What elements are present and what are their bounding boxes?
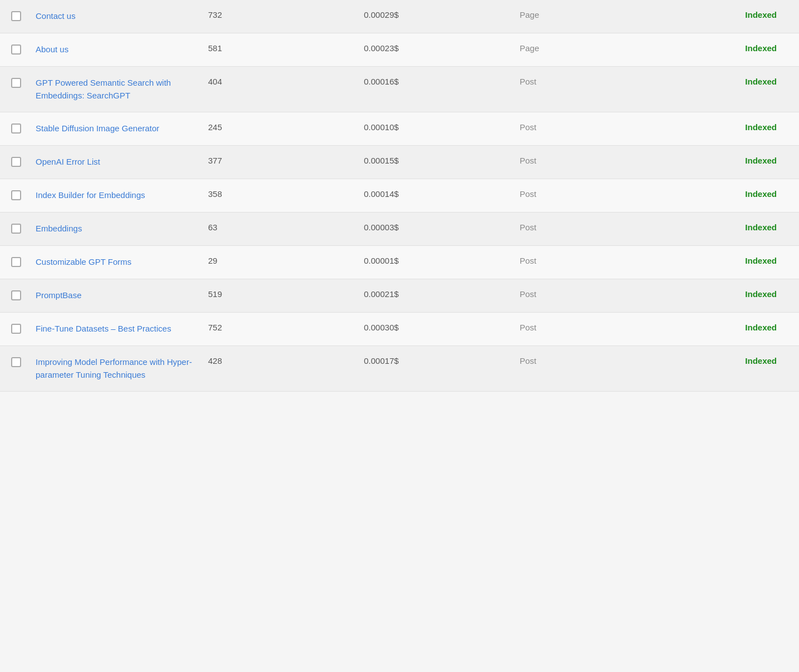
table-row: Stable Diffusion Image Generator 245 0.0… bbox=[0, 112, 799, 146]
number-cell: 732 bbox=[208, 10, 364, 19]
checkbox-cell bbox=[11, 122, 36, 135]
type-cell: Page bbox=[520, 43, 675, 53]
content-table: Contact us 732 0.00029$ Page Indexed Abo… bbox=[0, 0, 799, 672]
checkbox-cell bbox=[11, 10, 36, 23]
title-cell: PromptBase bbox=[36, 289, 208, 302]
status-badge: Indexed bbox=[745, 356, 777, 365]
row-checkbox[interactable] bbox=[11, 11, 21, 21]
page-title-link[interactable]: Index Builder for Embeddings bbox=[36, 190, 145, 200]
row-checkbox[interactable] bbox=[11, 357, 21, 367]
number-cell: 377 bbox=[208, 156, 364, 165]
cost-cell: 0.00010$ bbox=[364, 122, 520, 132]
title-cell: Improving Model Performance with Hyper-p… bbox=[36, 356, 208, 381]
cost-cell: 0.00001$ bbox=[364, 256, 520, 265]
type-cell: Post bbox=[520, 289, 675, 299]
cost-cell: 0.00030$ bbox=[364, 323, 520, 332]
status-badge: Indexed bbox=[745, 43, 777, 53]
row-checkbox[interactable] bbox=[11, 45, 21, 55]
table-row: PromptBase 519 0.00021$ Post Indexed bbox=[0, 279, 799, 313]
row-checkbox[interactable] bbox=[11, 123, 21, 134]
checkbox-cell bbox=[11, 223, 36, 235]
page-title-link[interactable]: PromptBase bbox=[36, 290, 82, 300]
status-badge: Indexed bbox=[745, 256, 777, 265]
status-badge: Indexed bbox=[745, 156, 777, 165]
checkbox-cell bbox=[11, 189, 36, 202]
cost-cell: 0.00015$ bbox=[364, 156, 520, 165]
number-cell: 245 bbox=[208, 122, 364, 132]
table-row: Fine-Tune Datasets – Best Practices 752 … bbox=[0, 313, 799, 346]
type-cell: Post bbox=[520, 256, 675, 265]
status-cell: Indexed bbox=[675, 77, 777, 86]
page-title-link[interactable]: About us bbox=[36, 45, 68, 54]
page-title-link[interactable]: Fine-Tune Datasets – Best Practices bbox=[36, 324, 171, 333]
title-cell: Index Builder for Embeddings bbox=[36, 189, 208, 202]
type-cell: Page bbox=[520, 10, 675, 19]
number-cell: 358 bbox=[208, 189, 364, 199]
row-checkbox[interactable] bbox=[11, 78, 21, 88]
table-row: Customizable GPT Forms 29 0.00001$ Post … bbox=[0, 246, 799, 279]
cost-cell: 0.00003$ bbox=[364, 223, 520, 232]
type-cell: Post bbox=[520, 156, 675, 165]
row-checkbox[interactable] bbox=[11, 157, 21, 167]
type-cell: Post bbox=[520, 223, 675, 232]
table-row: Embeddings 63 0.00003$ Post Indexed bbox=[0, 213, 799, 246]
cost-cell: 0.00017$ bbox=[364, 356, 520, 365]
checkbox-cell bbox=[11, 77, 36, 90]
status-cell: Indexed bbox=[675, 289, 777, 299]
page-title-link[interactable]: OpenAI Error List bbox=[36, 157, 100, 166]
cost-cell: 0.00016$ bbox=[364, 77, 520, 86]
status-cell: Indexed bbox=[675, 156, 777, 165]
row-checkbox[interactable] bbox=[11, 190, 21, 200]
type-cell: Post bbox=[520, 189, 675, 199]
title-cell: Embeddings bbox=[36, 223, 208, 235]
number-cell: 63 bbox=[208, 223, 364, 232]
title-cell: Customizable GPT Forms bbox=[36, 256, 208, 269]
title-cell: Fine-Tune Datasets – Best Practices bbox=[36, 323, 208, 335]
row-checkbox[interactable] bbox=[11, 290, 21, 300]
status-cell: Indexed bbox=[675, 256, 777, 265]
number-cell: 428 bbox=[208, 356, 364, 365]
number-cell: 752 bbox=[208, 323, 364, 332]
title-cell: OpenAI Error List bbox=[36, 156, 208, 169]
cost-cell: 0.00014$ bbox=[364, 189, 520, 199]
checkbox-cell bbox=[11, 256, 36, 269]
checkbox-cell bbox=[11, 156, 36, 169]
row-checkbox[interactable] bbox=[11, 324, 21, 334]
status-badge: Indexed bbox=[745, 122, 777, 132]
type-cell: Post bbox=[520, 323, 675, 332]
row-checkbox[interactable] bbox=[11, 224, 21, 234]
number-cell: 404 bbox=[208, 77, 364, 86]
table-row: Contact us 732 0.00029$ Page Indexed bbox=[0, 0, 799, 33]
title-cell: Contact us bbox=[36, 10, 208, 23]
type-cell: Post bbox=[520, 122, 675, 132]
status-cell: Indexed bbox=[675, 43, 777, 53]
page-title-link[interactable]: GPT Powered Semantic Search with Embeddi… bbox=[36, 78, 171, 100]
page-title-link[interactable]: Customizable GPT Forms bbox=[36, 257, 131, 266]
status-badge: Indexed bbox=[745, 189, 777, 199]
cost-cell: 0.00023$ bbox=[364, 43, 520, 53]
number-cell: 581 bbox=[208, 43, 364, 53]
number-cell: 519 bbox=[208, 289, 364, 299]
table-row: Improving Model Performance with Hyper-p… bbox=[0, 346, 799, 392]
page-title-link[interactable]: Stable Diffusion Image Generator bbox=[36, 123, 159, 133]
page-title-link[interactable]: Improving Model Performance with Hyper-p… bbox=[36, 357, 192, 379]
table-row: About us 581 0.00023$ Page Indexed bbox=[0, 33, 799, 67]
status-badge: Indexed bbox=[745, 10, 777, 19]
type-cell: Post bbox=[520, 356, 675, 365]
checkbox-cell bbox=[11, 43, 36, 56]
cost-cell: 0.00021$ bbox=[364, 289, 520, 299]
cost-cell: 0.00029$ bbox=[364, 10, 520, 19]
checkbox-cell bbox=[11, 323, 36, 335]
status-badge: Indexed bbox=[745, 77, 777, 86]
checkbox-cell bbox=[11, 356, 36, 369]
checkbox-cell bbox=[11, 289, 36, 302]
page-title-link[interactable]: Embeddings bbox=[36, 224, 82, 233]
page-title-link[interactable]: Contact us bbox=[36, 11, 76, 21]
status-badge: Indexed bbox=[745, 223, 777, 232]
status-cell: Indexed bbox=[675, 356, 777, 365]
title-cell: Stable Diffusion Image Generator bbox=[36, 122, 208, 135]
status-cell: Indexed bbox=[675, 10, 777, 19]
table-row: Index Builder for Embeddings 358 0.00014… bbox=[0, 179, 799, 213]
status-cell: Indexed bbox=[675, 189, 777, 199]
row-checkbox[interactable] bbox=[11, 257, 21, 267]
